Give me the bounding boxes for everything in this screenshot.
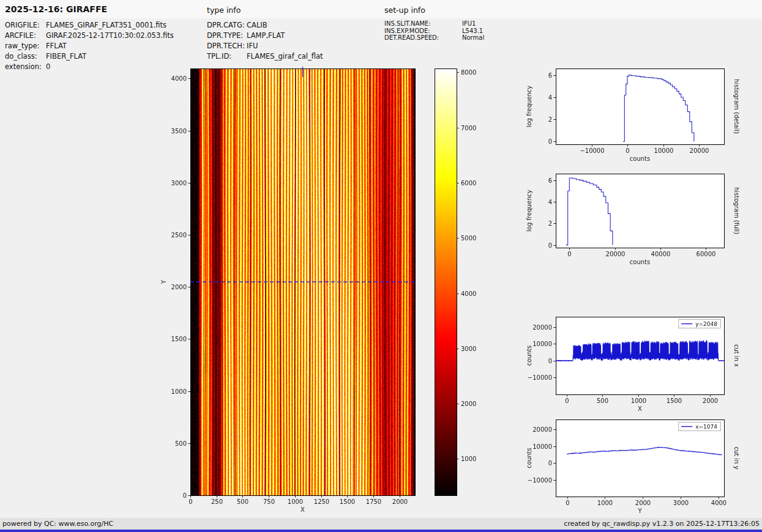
footer-accent-bar — [0, 530, 762, 532]
histogram-detail-plot — [517, 61, 762, 166]
histogram-full-plot — [517, 166, 762, 272]
raw-image-heatmap — [156, 61, 425, 526]
cut-in-x-plot — [517, 308, 762, 412]
figure-area — [0, 0, 762, 532]
colorbar — [427, 61, 488, 508]
footer-credit-right: created by qc_rawdisp.py v1.2.3 on 2025-… — [564, 520, 760, 528]
cut-in-y-plot — [517, 411, 762, 517]
footer-bar: powered by QC: www.eso.org/HC created by… — [0, 518, 762, 530]
footer-credit-left: powered by QC: www.eso.org/HC — [2, 520, 113, 528]
qc-report-page: { "page": { "header": { "title": "2025-1… — [0, 0, 762, 532]
